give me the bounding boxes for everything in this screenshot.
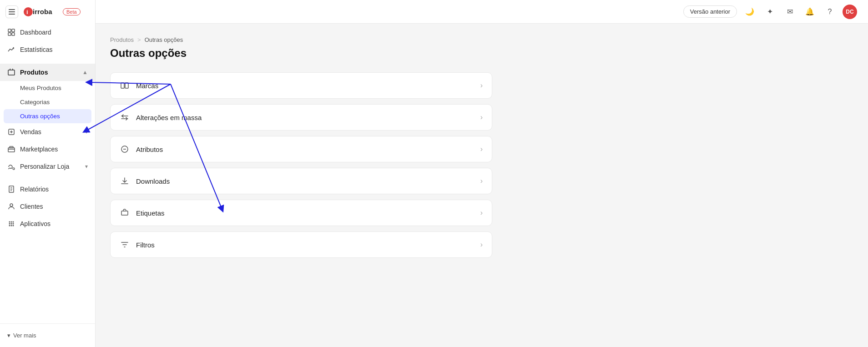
beta-badge: Beta xyxy=(63,8,81,15)
sidebar-footer: ▾ Ver mais xyxy=(0,323,95,347)
sparkle-icon[interactable]: ✦ xyxy=(762,5,777,19)
main-area: Versão anterior 🌙 ✦ ✉ 🔔 ? DC Produtos > … xyxy=(96,0,868,347)
breadcrumb-parent[interactable]: Produtos xyxy=(110,36,134,43)
downloads-icon xyxy=(120,176,130,186)
sidebar-item-marketplaces[interactable]: Marketplaces xyxy=(0,141,95,158)
moon-icon[interactable]: 🌙 xyxy=(742,5,757,19)
svg-point-19 xyxy=(10,204,13,206)
svg-point-21 xyxy=(11,221,12,223)
svg-rect-0 xyxy=(9,9,15,10)
avatar[interactable]: DC xyxy=(843,5,857,19)
svg-point-20 xyxy=(9,221,10,223)
chart-icon xyxy=(7,45,15,54)
svg-rect-8 xyxy=(8,33,11,35)
ver-mais-button[interactable]: ▾ Ver mais xyxy=(7,329,88,342)
produtos-submenu: Meus Produtos Categorias Outras opções xyxy=(0,81,95,123)
products-icon xyxy=(7,68,15,76)
chevron-down-icon: ▾ xyxy=(85,163,88,170)
svg-point-27 xyxy=(11,225,12,226)
svg-point-28 xyxy=(13,225,14,226)
svg-rect-13 xyxy=(10,146,13,148)
apps-icon xyxy=(7,220,15,228)
sidebar-item-meus-produtos[interactable]: Meus Produtos xyxy=(0,81,95,95)
option-label: Alterações em massa xyxy=(136,114,474,121)
version-button[interactable]: Versão anterior xyxy=(683,5,737,18)
svg-rect-32 xyxy=(121,211,128,215)
sidebar-item-categorias[interactable]: Categorias xyxy=(0,95,95,109)
hamburger-button[interactable] xyxy=(5,5,18,18)
sidebar-header: i irroba Beta xyxy=(0,0,95,22)
breadcrumb-separator: > xyxy=(137,36,141,43)
sidebar-item-relatorios[interactable]: Relatórios xyxy=(0,181,95,198)
marcas-icon xyxy=(120,81,130,90)
svg-point-22 xyxy=(13,221,14,223)
sidebar-item-label: Vendas xyxy=(20,128,41,136)
topbar: Versão anterior 🌙 ✦ ✉ 🔔 ? DC xyxy=(96,0,868,24)
svg-rect-30 xyxy=(125,83,128,88)
sidebar-item-label: Relatórios xyxy=(20,186,49,193)
option-atributos[interactable]: Atributos › xyxy=(110,136,492,162)
sidebar-item-outras-opcoes[interactable]: Outras opções xyxy=(4,109,91,123)
svg-rect-2 xyxy=(9,14,15,15)
sidebar-nav: Dashboard Estatísticas Produtos ▲ Meus P… xyxy=(0,22,95,323)
sidebar-item-produtos[interactable]: Produtos ▲ xyxy=(0,64,95,81)
paint-icon xyxy=(7,162,15,171)
sidebar-item-dashboard[interactable]: Dashboard xyxy=(0,24,95,41)
chevron-down-icon: ▾ xyxy=(7,332,10,339)
svg-rect-1 xyxy=(9,11,15,12)
svg-point-26 xyxy=(9,225,10,226)
sidebar-item-estatisticas[interactable]: Estatísticas xyxy=(0,41,95,58)
svg-text:i: i xyxy=(26,9,28,15)
sidebar-item-label: Personalizar Loja xyxy=(20,163,69,170)
sidebar-item-vendas[interactable]: Vendas ▾ xyxy=(0,123,95,141)
bell-icon[interactable]: 🔔 xyxy=(802,5,817,19)
chevron-right-icon: › xyxy=(480,209,483,217)
option-etiquetas[interactable]: Etiquetas › xyxy=(110,200,492,226)
irroba-logo: i irroba xyxy=(24,5,60,18)
options-list: Marcas › Alterações em massa › Atributos… xyxy=(110,72,492,258)
breadcrumb-current: Outras opções xyxy=(145,36,183,43)
dashboard-icon xyxy=(7,28,15,36)
chevron-right-icon: › xyxy=(480,113,483,121)
sidebar-item-aplicativos[interactable]: Aplicativos xyxy=(0,215,95,232)
svg-point-25 xyxy=(13,223,14,225)
page-title: Outras opções xyxy=(110,47,853,60)
sidebar-item-label: Estatísticas xyxy=(20,46,53,53)
clients-icon xyxy=(7,202,15,211)
alteracoes-icon xyxy=(120,113,130,122)
filtros-icon xyxy=(120,240,130,249)
sidebar-item-personalizar-loja[interactable]: Personalizar Loja ▾ xyxy=(0,158,95,175)
svg-rect-12 xyxy=(8,148,15,152)
svg-point-3 xyxy=(24,7,33,16)
svg-rect-10 xyxy=(8,70,15,75)
svg-point-14 xyxy=(13,168,15,170)
option-label: Marcas xyxy=(136,82,474,90)
svg-rect-6 xyxy=(8,29,11,32)
option-label: Filtros xyxy=(136,241,474,249)
option-label: Etiquetas xyxy=(136,209,474,217)
mail-icon[interactable]: ✉ xyxy=(782,5,797,19)
sidebar-item-label: Aplicativos xyxy=(20,220,50,227)
content-area: Produtos > Outras opções Outras opções M… xyxy=(96,24,868,347)
option-alteracoes-em-massa[interactable]: Alterações em massa › xyxy=(110,104,492,131)
sidebar-item-label: Dashboard xyxy=(20,29,51,36)
option-filtros[interactable]: Filtros › xyxy=(110,231,492,258)
svg-rect-29 xyxy=(121,83,124,88)
svg-rect-7 xyxy=(12,29,15,32)
sidebar-item-label: Produtos xyxy=(20,69,48,76)
option-marcas[interactable]: Marcas › xyxy=(110,72,492,99)
sidebar: i irroba Beta Dashboard Estatísticas Pro… xyxy=(0,0,96,347)
svg-text:irroba: irroba xyxy=(33,8,52,15)
help-icon[interactable]: ? xyxy=(823,5,837,19)
atributos-icon xyxy=(120,145,130,154)
option-label: Downloads xyxy=(136,177,474,185)
option-downloads[interactable]: Downloads › xyxy=(110,168,492,194)
svg-point-23 xyxy=(9,223,10,225)
breadcrumb: Produtos > Outras opções xyxy=(110,36,853,43)
chevron-right-icon: › xyxy=(480,177,483,185)
svg-point-24 xyxy=(11,223,12,225)
sidebar-item-label: Marketplaces xyxy=(20,146,58,153)
sidebar-item-clientes[interactable]: Clientes xyxy=(0,198,95,215)
marketplace-icon xyxy=(7,145,15,153)
chevron-right-icon: › xyxy=(480,81,483,90)
